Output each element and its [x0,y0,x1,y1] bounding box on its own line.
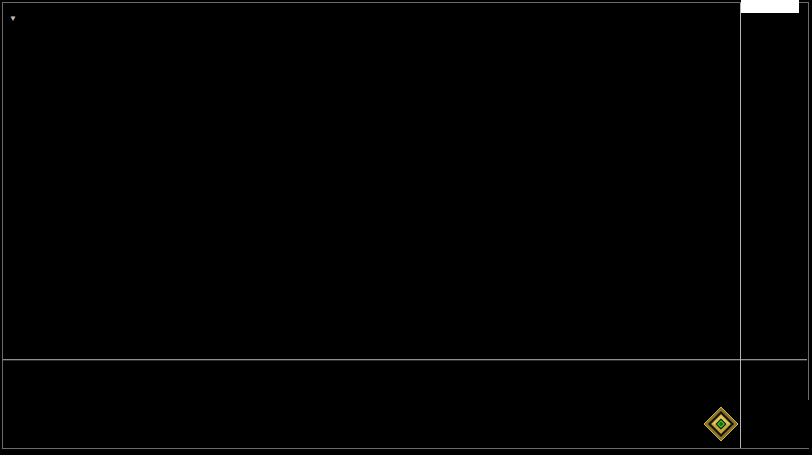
brand-logo-icon [703,406,739,442]
axis-separator [740,3,741,448]
current-price-box [741,0,799,13]
chart-title: ▼ [9,13,24,25]
price-axis[interactable] [0,0,812,455]
chevron-down-icon: ▼ [9,13,17,25]
brand-watermark [683,400,810,448]
